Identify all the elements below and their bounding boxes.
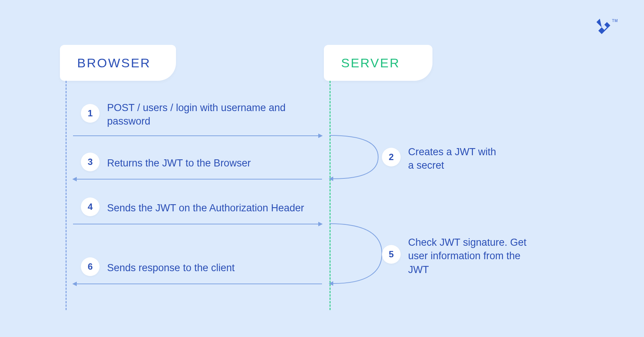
step-badge-1: 1: [81, 104, 100, 123]
step-text-6: Sends response to the client: [107, 261, 317, 275]
step-badge-3: 3: [81, 153, 100, 171]
step-text-2: Creates a JWT with a secret: [408, 145, 502, 172]
step-badge-5: 5: [382, 245, 401, 264]
browser-lifeline: [66, 81, 67, 310]
diagram-stage: TM BROWSER SERVER 1 POST / users / login…: [0, 0, 644, 337]
step-number: 6: [88, 261, 92, 272]
arrow-4-left: [73, 284, 322, 284]
step-badge-6: 6: [81, 257, 100, 276]
step-number: 4: [88, 202, 92, 212]
toptal-icon: [596, 19, 611, 36]
step-text-5: Check JWT signature. Get user informatio…: [408, 236, 528, 276]
step-number: 2: [389, 152, 394, 162]
arrow-3-right: [73, 224, 322, 224]
server-header-label: SERVER: [341, 56, 400, 70]
step-number: 5: [389, 249, 394, 260]
step-badge-2: 2: [382, 148, 401, 166]
trademark-label: TM: [612, 19, 618, 23]
server-lifeline: [329, 81, 331, 310]
step-text-1: POST / users / login with username and p…: [107, 101, 321, 128]
arrow-2-left: [73, 179, 322, 180]
step-number: 1: [88, 108, 92, 119]
arrow-1-right: [73, 135, 322, 136]
step-badge-4: 4: [81, 197, 100, 216]
browser-header: BROWSER: [60, 45, 176, 81]
brand-logo: TM: [596, 19, 618, 36]
step-text-4: Sends the JWT on the Authorization Heade…: [107, 201, 332, 215]
step-text-3: Returns the JWT to the Browser: [107, 156, 317, 170]
server-header: SERVER: [324, 45, 432, 81]
browser-header-label: BROWSER: [77, 56, 151, 70]
step-number: 3: [88, 157, 92, 167]
